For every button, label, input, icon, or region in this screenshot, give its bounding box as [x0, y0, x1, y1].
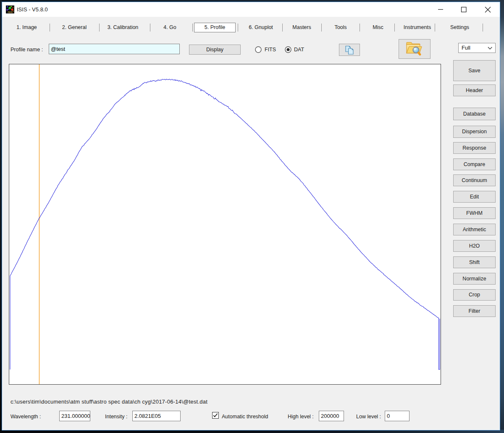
svg-text:ISIS: ISIS [8, 11, 12, 13]
